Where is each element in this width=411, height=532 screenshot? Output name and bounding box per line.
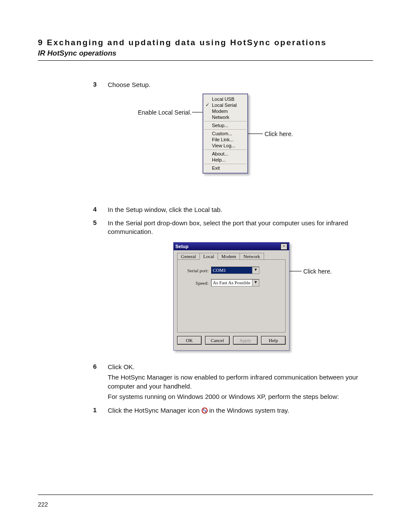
section-title: IR HotSync operations [38,49,373,58]
help-button[interactable]: Help [261,336,286,345]
footer-rule [38,495,373,495]
menu-item-network[interactable]: Network [204,114,246,120]
speed-dropdown[interactable]: As Fast As Possible ▼ [211,279,259,286]
menu-item-exit[interactable]: Exit [204,165,246,171]
serial-port-value: COM1 [212,267,252,274]
step-text-pre: Click the HotSync Manager icon [108,407,202,414]
step-text-post: in the Windows system tray. [209,407,290,414]
step-number: 1 [93,406,108,417]
chapter-title: 9 Exchanging and updating data using Hot… [38,38,373,47]
menu-item-local-usb[interactable]: Local USB [204,96,246,102]
dialog-title: Setup [175,244,189,249]
serial-port-label: Serial port: [184,268,209,273]
menu-item-local-serial[interactable]: Local Serial [204,102,246,108]
tab-strip: General Local Modem Network [177,253,286,259]
step-text: Choose Setup. [108,81,373,89]
step-6: 6 Click OK. The HotSync Manager is now e… [93,363,373,403]
menu-item-custom[interactable]: Custom... [204,131,246,137]
step-3: 3 Choose Setup. [93,81,373,91]
menu-item-about[interactable]: About... [204,151,246,157]
header-rule [38,60,373,61]
speed-label: Speed: [184,280,209,286]
ok-button[interactable]: OK [177,336,202,345]
step-text: Click the HotSync Manager icon in the Wi… [108,406,373,415]
chevron-down-icon[interactable]: ▼ [252,267,259,274]
menu-item-viewlog[interactable]: View Log... [204,143,246,149]
step-5: 5 In the Serial port drop-down box, sele… [93,219,373,238]
menu-item-help[interactable]: Help... [204,157,246,163]
chevron-down-icon[interactable]: ▼ [252,280,259,286]
step-para: The HotSync Manager is now enabled to pe… [108,373,373,391]
step-4: 4 In the Setup window, click the Local t… [93,205,373,216]
menu-item-setup[interactable]: Setup... [204,122,246,128]
step-text: In the Setup window, click the Local tab… [108,205,373,214]
annotation-enable-local-serial: Enable Local Serial. [138,109,192,116]
serial-port-dropdown[interactable]: COM1 ▼ [211,267,259,274]
tab-local[interactable]: Local [199,253,218,260]
menu-item-filelink[interactable]: File Link... [204,137,246,143]
apply-button[interactable]: Apply [233,336,258,345]
hotsync-icon [202,408,208,414]
context-menu: Local USB Local Serial Modem Network Set… [202,93,248,174]
step-number: 6 [93,363,108,403]
step-number: 4 [93,205,108,216]
annotation-click-here-1: Click here. [265,131,293,137]
step-number: 5 [93,219,108,238]
tab-modem[interactable]: Modem [218,253,240,259]
menu-item-modem[interactable]: Modem [204,108,246,114]
figure-setup-dialog: Click here. Setup × General Local Modem … [38,242,373,358]
page-number: 222 [38,501,48,508]
setup-dialog: Setup × General Local Modem Network Seri… [173,242,290,351]
speed-value: As Fast As Possible [212,280,252,286]
cancel-button[interactable]: Cancel [205,336,230,345]
step-text: In the Serial port drop-down box, select… [108,219,373,236]
tab-network[interactable]: Network [240,253,264,259]
step-1b: 1 Click the HotSync Manager icon in the … [93,406,373,417]
dialog-buttons: OK Cancel Apply Help [174,336,289,348]
tab-general[interactable]: General [177,253,200,259]
step-number: 3 [93,81,108,91]
tab-panel-local: Serial port: COM1 ▼ Speed: As Fast As Po… [177,259,286,333]
dialog-titlebar[interactable]: Setup × [174,243,289,250]
step-para: For systems running on Windows 2000 or W… [108,392,373,401]
figure-context-menu: Enable Local Serial. Click here. Local U… [38,93,373,201]
step-text: Click OK. [108,363,373,371]
annotation-click-here-2: Click here. [303,268,332,275]
close-icon[interactable]: × [280,243,287,250]
